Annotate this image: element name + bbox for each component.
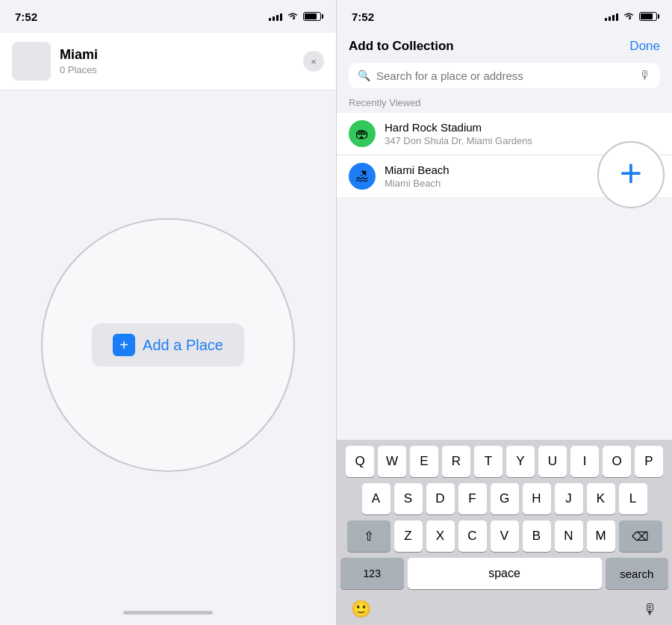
search-input[interactable]	[376, 69, 633, 82]
key-a[interactable]: A	[362, 483, 391, 514]
key-b[interactable]: B	[523, 520, 551, 552]
key-d[interactable]: D	[426, 483, 455, 514]
mic-icon[interactable]: 🎙	[639, 69, 651, 82]
empty-space	[337, 197, 672, 440]
search-bar[interactable]: 🔍 🎙	[349, 63, 660, 88]
add-place-label: Add a Place	[143, 337, 223, 354]
key-t[interactable]: T	[474, 446, 503, 477]
collection-info: Miami 0 Places	[60, 47, 294, 75]
key-s[interactable]: S	[394, 483, 423, 514]
recently-viewed-label: Recently Viewed	[337, 94, 672, 113]
left-time: 7:52	[15, 10, 37, 23]
collection-thumbnail	[12, 42, 51, 81]
right-battery-icon	[639, 12, 657, 21]
collection-count: 0 Places	[60, 64, 294, 75]
add-place-icon: +	[113, 334, 135, 356]
keyboard: Q W E R T Y U I O P A S D F G H J K L ⇧ …	[337, 440, 672, 625]
search-key[interactable]: search	[606, 558, 669, 589]
right-title: Add to Collection	[349, 39, 454, 54]
key-e[interactable]: E	[410, 446, 438, 477]
key-m[interactable]: M	[587, 520, 615, 552]
key-w[interactable]: W	[378, 446, 406, 477]
key-g[interactable]: G	[491, 483, 519, 514]
key-r[interactable]: R	[442, 446, 470, 477]
keyboard-row-1: Q W E R T Y U I O P	[339, 446, 670, 477]
left-phone: 7:52 Miami 0 Places	[0, 0, 336, 625]
right-header: Add to Collection Done	[337, 33, 672, 63]
delete-key[interactable]: ⌫	[619, 520, 662, 552]
key-q[interactable]: Q	[346, 446, 374, 477]
battery-icon	[303, 12, 321, 21]
search-icon: 🔍	[358, 69, 370, 81]
add-place-plus-button[interactable]: +	[597, 141, 665, 208]
key-v[interactable]: V	[491, 520, 519, 552]
collection-header: Miami 0 Places ×	[0, 33, 336, 90]
wifi-icon	[287, 11, 299, 22]
right-signal-icon	[605, 12, 618, 21]
right-wifi-icon	[623, 11, 635, 22]
right-status-icons	[605, 11, 657, 22]
key-c[interactable]: C	[458, 520, 487, 552]
space-key[interactable]: space	[408, 558, 602, 589]
left-home-indicator	[0, 600, 336, 625]
close-button[interactable]: ×	[303, 51, 324, 72]
keyboard-row-2: A S D F G H J K L	[339, 483, 670, 514]
hard-rock-name: Hard Rock Stadium	[385, 121, 660, 134]
right-time: 7:52	[352, 10, 374, 23]
key-h[interactable]: H	[523, 483, 551, 514]
right-status-bar: 7:52	[337, 0, 672, 33]
keyboard-mic-key[interactable]: 🎙	[643, 601, 658, 618]
collection-name: Miami	[60, 47, 294, 63]
shift-key[interactable]: ⇧	[347, 520, 391, 552]
num-key[interactable]: 123	[340, 558, 404, 589]
right-phone: 7:52 Add to Collection Done	[336, 0, 672, 625]
key-y[interactable]: Y	[506, 446, 535, 477]
key-u[interactable]: U	[538, 446, 567, 477]
delete-icon: ⌫	[632, 529, 649, 544]
key-k[interactable]: K	[587, 483, 615, 514]
keyboard-emoji-row: 🙂 🎙	[339, 595, 670, 625]
signal-icon	[269, 12, 282, 21]
add-place-button[interactable]: + Add a Place	[92, 323, 244, 367]
key-f[interactable]: F	[458, 483, 487, 514]
keyboard-row-3: ⇧ Z X C V B N M ⌫	[339, 520, 670, 552]
key-j[interactable]: J	[555, 483, 583, 514]
key-z[interactable]: Z	[394, 520, 423, 552]
left-status-bar: 7:52	[0, 0, 336, 33]
left-main-area: + Add a Place	[0, 90, 336, 600]
emoji-key[interactable]: 🙂	[351, 600, 371, 619]
key-p[interactable]: P	[635, 446, 663, 477]
key-o[interactable]: O	[603, 446, 631, 477]
hard-rock-icon: 🏟	[349, 120, 376, 147]
home-bar	[123, 611, 213, 615]
left-status-icons	[269, 11, 321, 22]
miami-beach-icon: 🏖	[349, 163, 376, 190]
plus-icon: +	[620, 154, 642, 193]
key-x[interactable]: X	[426, 520, 455, 552]
places-wrapper: 🏟 Hard Rock Stadium 347 Don Shula Dr, Mi…	[337, 113, 672, 197]
keyboard-bottom-row: 123 space search	[339, 558, 670, 589]
done-button[interactable]: Done	[629, 39, 660, 54]
key-l[interactable]: L	[619, 483, 647, 514]
key-i[interactable]: I	[570, 446, 599, 477]
circle-highlight: + Add a Place	[41, 218, 295, 472]
key-n[interactable]: N	[555, 520, 583, 552]
